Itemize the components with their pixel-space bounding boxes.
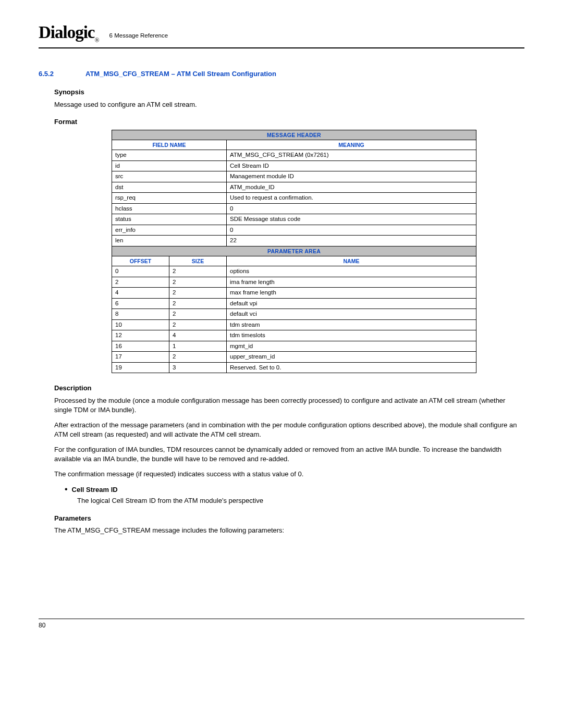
bullet-label: Cell Stream ID bbox=[72, 485, 118, 495]
offset-cell: 4 bbox=[112, 288, 169, 299]
description-p2: After extraction of the message paramete… bbox=[54, 421, 524, 439]
name-cell: default vci bbox=[227, 309, 476, 320]
size-cell: 4 bbox=[169, 330, 227, 341]
size-header: SIZE bbox=[169, 256, 227, 266]
field-name-header: FIELD NAME bbox=[112, 140, 227, 150]
name-cell: tdm timeslots bbox=[227, 330, 476, 341]
header-breadcrumb: 6 Message Reference bbox=[109, 32, 168, 44]
table-row: rsp_reqUsed to request a confirmation. bbox=[112, 193, 476, 204]
meaning-cell: SDE Message status code bbox=[227, 214, 476, 225]
bullet-icon: • bbox=[65, 485, 68, 495]
size-cell: 2 bbox=[169, 277, 227, 288]
field-name-cell: type bbox=[112, 150, 227, 161]
offset-cell: 12 bbox=[112, 330, 169, 341]
field-name-cell: err_info bbox=[112, 225, 227, 236]
field-name-cell: src bbox=[112, 171, 227, 182]
table-row: 193Reserved. Set to 0. bbox=[112, 362, 476, 373]
format-table-wrap: MESSAGE HEADER FIELD NAME MEANING typeAT… bbox=[112, 130, 524, 373]
offset-cell: 17 bbox=[112, 352, 169, 363]
offset-cell: 6 bbox=[112, 298, 169, 309]
logo-text: Dialogic bbox=[39, 23, 94, 42]
table-row: 172upper_stream_id bbox=[112, 352, 476, 363]
size-cell: 2 bbox=[169, 319, 227, 330]
description-heading: Description bbox=[54, 384, 524, 393]
name-header: NAME bbox=[227, 256, 476, 266]
offset-cell: 19 bbox=[112, 362, 169, 373]
table-row: dstATM_module_ID bbox=[112, 182, 476, 193]
name-cell: Reserved. Set to 0. bbox=[227, 362, 476, 373]
section-number: 6.5.2 bbox=[39, 69, 85, 79]
meaning-header: MEANING bbox=[227, 140, 476, 150]
field-name-cell: status bbox=[112, 214, 227, 225]
registered-mark: ® bbox=[94, 36, 99, 44]
table-row: statusSDE Message status code bbox=[112, 214, 476, 225]
name-cell: tdm stream bbox=[227, 319, 476, 330]
meaning-cell: 22 bbox=[227, 236, 476, 246]
size-cell: 2 bbox=[169, 298, 227, 309]
parameters-text: The ATM_MSG_CFG_STREAM message includes … bbox=[54, 526, 524, 535]
table-row: 22ima frame length bbox=[112, 277, 476, 288]
synopsis-heading: Synopsis bbox=[54, 88, 524, 97]
name-cell: ima frame length bbox=[227, 277, 476, 288]
meaning-cell: Used to request a confirmation. bbox=[227, 193, 476, 204]
field-name-cell: id bbox=[112, 161, 227, 171]
meaning-cell: Cell Stream ID bbox=[227, 161, 476, 171]
section-heading: 6.5.2ATM_MSG_CFG_STREAM – ATM Cell Strea… bbox=[39, 69, 524, 79]
size-cell: 2 bbox=[169, 288, 227, 299]
offset-cell: 8 bbox=[112, 309, 169, 320]
table-row: 62default vpi bbox=[112, 298, 476, 309]
size-cell: 2 bbox=[169, 266, 227, 277]
field-name-cell: len bbox=[112, 236, 227, 246]
header-rule bbox=[39, 47, 524, 48]
name-cell: default vpi bbox=[227, 298, 476, 309]
offset-cell: 0 bbox=[112, 266, 169, 277]
offset-cell: 10 bbox=[112, 319, 169, 330]
footer-rule bbox=[39, 619, 524, 619]
meaning-cell: Management module ID bbox=[227, 171, 476, 182]
table-row: 102tdm stream bbox=[112, 319, 476, 330]
size-cell: 2 bbox=[169, 352, 227, 363]
name-cell: mgmt_id bbox=[227, 341, 476, 352]
page-header: Dialogic® 6 Message Reference bbox=[39, 21, 524, 44]
table-row: err_info0 bbox=[112, 225, 476, 236]
table-row: hclass0 bbox=[112, 203, 476, 214]
table-row: 42max frame length bbox=[112, 288, 476, 299]
parameter-area-label: PARAMETER AREA bbox=[112, 246, 476, 256]
table-row: 161mgmt_id bbox=[112, 341, 476, 352]
table-row: 82default vci bbox=[112, 309, 476, 320]
field-name-cell: dst bbox=[112, 182, 227, 193]
format-table: MESSAGE HEADER FIELD NAME MEANING typeAT… bbox=[112, 130, 476, 373]
synopsis-text: Message used to configure an ATM cell st… bbox=[54, 100, 524, 109]
format-heading: Format bbox=[54, 117, 524, 127]
description-p4: The confirmation message (if requested) … bbox=[54, 470, 524, 479]
name-cell: upper_stream_id bbox=[227, 352, 476, 363]
meaning-cell: ATM_MSG_CFG_STREAM (0x7261) bbox=[227, 150, 476, 161]
size-cell: 3 bbox=[169, 362, 227, 373]
bullet-item: • Cell Stream ID bbox=[65, 485, 524, 495]
parameters-heading: Parameters bbox=[54, 514, 524, 523]
bullet-text: The logical Cell Stream ID from the ATM … bbox=[77, 496, 524, 505]
size-cell: 2 bbox=[169, 309, 227, 320]
table-row: 02options bbox=[112, 266, 476, 277]
name-cell: max frame length bbox=[227, 288, 476, 299]
description-p1: Processed by the module (once a module c… bbox=[54, 396, 524, 414]
table-row: typeATM_MSG_CFG_STREAM (0x7261) bbox=[112, 150, 476, 161]
offset-header: OFFSET bbox=[112, 256, 169, 266]
table-row: idCell Stream ID bbox=[112, 161, 476, 171]
name-cell: options bbox=[227, 266, 476, 277]
meaning-cell: 0 bbox=[227, 203, 476, 214]
meaning-cell: 0 bbox=[227, 225, 476, 236]
offset-cell: 2 bbox=[112, 277, 169, 288]
offset-cell: 16 bbox=[112, 341, 169, 352]
field-name-cell: hclass bbox=[112, 203, 227, 214]
table-row: srcManagement module ID bbox=[112, 171, 476, 182]
meaning-cell: ATM_module_ID bbox=[227, 182, 476, 193]
page-number: 80 bbox=[39, 621, 524, 630]
message-header-label: MESSAGE HEADER bbox=[112, 130, 476, 140]
section-title: ATM_MSG_CFG_STREAM – ATM Cell Stream Con… bbox=[85, 70, 276, 78]
table-row: len22 bbox=[112, 236, 476, 246]
field-name-cell: rsp_req bbox=[112, 193, 227, 204]
logo: Dialogic® bbox=[39, 21, 99, 44]
description-p3: For the configuration of IMA bundles, TD… bbox=[54, 445, 524, 463]
size-cell: 1 bbox=[169, 341, 227, 352]
